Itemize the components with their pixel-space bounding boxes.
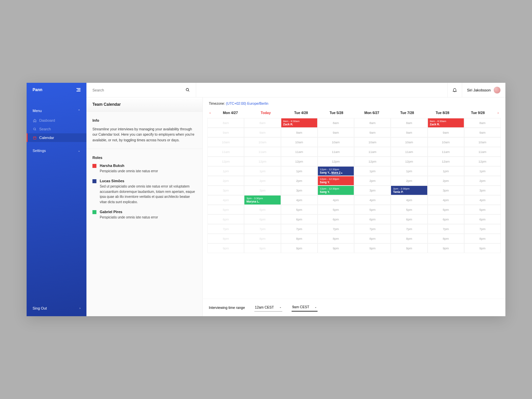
calendar-cell[interactable]: 8pm bbox=[464, 234, 501, 243]
calendar-cell[interactable]: 12am bbox=[428, 157, 464, 166]
calendar-cell[interactable]: 4pm bbox=[354, 195, 391, 205]
calendar-cell[interactable]: 1pm bbox=[354, 166, 391, 176]
calendar-cell[interactable]: 11am bbox=[428, 147, 464, 157]
calendar-cell[interactable]: 4pm bbox=[318, 195, 354, 205]
calendar-cell[interactable]: 8am bbox=[318, 118, 354, 128]
calendar-cell[interactable]: 3pm - 3:30pmMarysa L. bbox=[244, 195, 281, 205]
calendar-cell[interactable]: 6pm bbox=[428, 214, 464, 224]
calendar-cell[interactable]: 8pm bbox=[354, 234, 391, 243]
calendar-cell[interactable]: 12pm bbox=[281, 157, 318, 166]
calendar-cell[interactable]: 8am bbox=[464, 118, 501, 128]
calendar-cell[interactable]: 12pm - 12:30pmSang Y., More 2▴ bbox=[318, 166, 354, 176]
calendar-cell[interactable]: 12pm - 12:30pmSang Y. bbox=[318, 176, 354, 186]
calendar-cell[interactable]: 1pm bbox=[464, 166, 501, 176]
calendar-cell[interactable]: 9pm bbox=[244, 243, 281, 253]
calendar-event[interactable]: 12pm - 12:30pmSang Y., More 2▴ bbox=[318, 167, 354, 176]
sidebar-item-search[interactable]: Search bbox=[27, 125, 86, 133]
calendar-cell[interactable]: 9pm bbox=[207, 243, 244, 253]
calendar-cell[interactable]: 5pm bbox=[428, 205, 464, 214]
time-range-from-select[interactable]: 12am CEST ⌄ bbox=[254, 304, 282, 312]
calendar-cell[interactable]: 8pm bbox=[281, 234, 318, 243]
search-input[interactable] bbox=[92, 88, 186, 92]
calendar-cell[interactable]: 12pm bbox=[318, 157, 354, 166]
calendar-cell[interactable]: 3pm bbox=[464, 186, 501, 195]
calendar-cell[interactable]: 2pm bbox=[428, 176, 464, 186]
calendar-cell[interactable]: 8am bbox=[207, 118, 244, 128]
calendar-cell[interactable]: 1pm bbox=[281, 166, 318, 176]
calendar-cell[interactable]: 12pm bbox=[391, 157, 427, 166]
calendar-cell[interactable]: 9am bbox=[464, 128, 501, 137]
prev-week-button[interactable]: ‹ bbox=[207, 111, 213, 115]
calendar-cell[interactable]: 11am bbox=[464, 147, 501, 157]
calendar-cell[interactable]: 3pm bbox=[428, 186, 464, 195]
calendar-cell[interactable]: 6pm bbox=[464, 214, 501, 224]
calendar-cell[interactable]: 10am bbox=[354, 137, 391, 147]
sidebar-item-dashboard[interactable]: Dasboard bbox=[27, 116, 86, 125]
calendar-cell[interactable]: 11am bbox=[318, 147, 354, 157]
calendar-cell[interactable]: 1pm bbox=[244, 166, 281, 176]
calendar-cell[interactable]: 2pm bbox=[464, 176, 501, 186]
calendar-cell[interactable]: 7pm bbox=[428, 224, 464, 234]
calendar-cell[interactable]: 4pm bbox=[428, 195, 464, 205]
calendar-cell[interactable]: 5pm bbox=[391, 205, 427, 214]
day-header[interactable]: Today bbox=[248, 111, 283, 115]
calendar-cell[interactable]: 8pm bbox=[318, 234, 354, 243]
calendar-cell[interactable]: 3pm bbox=[207, 186, 244, 195]
calendar-cell[interactable]: 8pm bbox=[244, 234, 281, 243]
calendar-cell[interactable]: 12pm bbox=[207, 157, 244, 166]
calendar-cell[interactable]: 9pm bbox=[318, 243, 354, 253]
menu-header[interactable]: Menu ⌃ bbox=[27, 97, 86, 116]
calendar-cell[interactable]: 3pm bbox=[354, 186, 391, 195]
calendar-event[interactable]: 8am - 8:30amZack R. bbox=[428, 118, 464, 127]
calendar-cell[interactable]: 6pm bbox=[207, 214, 244, 224]
calendar-cell[interactable]: 7pm bbox=[281, 224, 318, 234]
calendar-cell[interactable]: 1pm bbox=[207, 166, 244, 176]
calendar-cell[interactable]: 1pm bbox=[428, 166, 464, 176]
calendar-cell[interactable]: 10am bbox=[318, 137, 354, 147]
calendar-cell[interactable]: 8pm bbox=[207, 234, 244, 243]
calendar-cell[interactable]: 8pm bbox=[428, 234, 464, 243]
calendar-cell[interactable]: 9am bbox=[281, 128, 318, 137]
calendar-cell[interactable]: 6pm bbox=[391, 214, 427, 224]
calendar-cell[interactable]: 8pm bbox=[391, 234, 427, 243]
calendar-cell[interactable]: 9pm bbox=[464, 243, 501, 253]
calendar-event[interactable]: 12pm - 12:30pmSang Y. bbox=[318, 176, 354, 185]
calendar-cell[interactable]: 6pm bbox=[318, 214, 354, 224]
sidebar-item-calendar[interactable]: Calendar bbox=[27, 133, 86, 142]
calendar-cell[interactable]: 10am bbox=[244, 137, 281, 147]
calendar-cell[interactable]: 6pm bbox=[244, 214, 281, 224]
day-header[interactable]: Mon 6/27 bbox=[354, 111, 389, 115]
timezone-value[interactable]: (UTC+02:00) Europe/Berlin bbox=[226, 101, 269, 105]
calendar-cell[interactable]: 10am bbox=[281, 137, 318, 147]
calendar-cell[interactable]: 10am bbox=[464, 137, 501, 147]
calendar-cell[interactable]: 12pm - 12:30pmSang Y. bbox=[318, 186, 354, 195]
sidebar-item-settings[interactable]: Settings ⌄ bbox=[27, 142, 86, 155]
calendar-cell[interactable]: 9am bbox=[207, 128, 244, 137]
calendar-cell[interactable]: 10am bbox=[428, 137, 464, 147]
calendar-cell[interactable]: 11am bbox=[207, 147, 244, 157]
day-header[interactable]: Tue 4/28 bbox=[283, 111, 319, 115]
calendar-cell[interactable]: 4pm bbox=[207, 195, 244, 205]
calendar-cell[interactable]: 4pm bbox=[464, 195, 501, 205]
calendar-cell[interactable]: 9am bbox=[318, 128, 354, 137]
day-header[interactable]: Tue 9/28 bbox=[460, 111, 495, 115]
calendar-cell[interactable]: 11am bbox=[244, 147, 281, 157]
calendar-cell[interactable]: 5pm bbox=[354, 205, 391, 214]
calendar-cell[interactable]: 9am bbox=[391, 128, 427, 137]
calendar-cell[interactable]: 3pm bbox=[244, 186, 281, 195]
day-header[interactable]: Mon 4/27 bbox=[213, 111, 248, 115]
calendar-event[interactable]: 2pm - 2:30pmTania P. bbox=[391, 186, 427, 195]
calendar-cell[interactable]: 11am bbox=[281, 147, 318, 157]
calendar-cell[interactable]: 9pm bbox=[354, 243, 391, 253]
calendar-cell[interactable]: 3pm bbox=[281, 186, 318, 195]
calendar-cell[interactable]: 2pm bbox=[207, 176, 244, 186]
calendar-cell[interactable]: 12pm bbox=[354, 157, 391, 166]
calendar-cell[interactable]: 9pm bbox=[391, 243, 427, 253]
calendar-event[interactable]: 3pm - 3:30pmMarysa L. bbox=[244, 196, 280, 204]
calendar-cell[interactable]: 5pm bbox=[318, 205, 354, 214]
calendar-cell[interactable]: 2pm - 2:30pmTania P. bbox=[391, 186, 427, 195]
next-week-button[interactable]: › bbox=[495, 111, 501, 115]
notifications-button[interactable] bbox=[447, 83, 462, 97]
calendar-cell[interactable]: 10am bbox=[391, 137, 427, 147]
day-header[interactable]: Tue 8/28 bbox=[425, 111, 460, 115]
